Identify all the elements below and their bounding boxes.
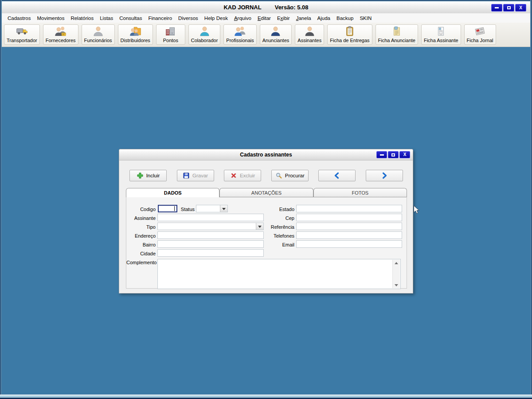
incluir-button[interactable]: Incluir: [129, 170, 167, 181]
anunciantes-button[interactable]: Anunciantes: [260, 24, 292, 45]
toolbar-button-label: Profissionais: [226, 38, 254, 43]
subscriber-sheet-icon: [435, 25, 447, 37]
menu-item-listas[interactable]: Listas: [97, 15, 116, 22]
cidade-input[interactable]: [157, 249, 264, 257]
menu-bar: CadastrosMovimentosRelatóriosListasConsu…: [2, 13, 530, 23]
menu-item-help-desk[interactable]: Help Desk: [201, 15, 231, 22]
advertiser-sheet-icon: [391, 25, 403, 37]
menu-item-backup[interactable]: Backup: [333, 15, 356, 22]
status-combo[interactable]: [196, 205, 228, 212]
maximize-icon[interactable]: [503, 4, 514, 12]
close-icon[interactable]: X: [399, 151, 410, 158]
menu-item-ajuda[interactable]: Ajuda: [314, 15, 333, 22]
bairro-label: Bairro: [127, 242, 156, 247]
action-button-label: Excluir: [240, 173, 255, 178]
tab-dados[interactable]: DADOS: [126, 188, 219, 197]
toolbar-button-label: Assinantes: [297, 38, 321, 43]
toolbar-button-label: Ficha Anunciante: [378, 38, 415, 43]
ficha-jornal-button[interactable]: Ficha Jornal: [464, 24, 496, 45]
menu-item-janela[interactable]: Janela: [293, 15, 314, 22]
status-label: Status: [179, 207, 195, 212]
next-button[interactable]: [366, 170, 403, 181]
menu-item-movimentos[interactable]: Movimentos: [34, 15, 67, 22]
referencia-label: Referência: [263, 224, 294, 230]
excluir-button[interactable]: Excluir: [224, 170, 261, 181]
window-frame-left: [0, 0, 2, 399]
toolbar-button-label: Ficha Jornal: [467, 38, 493, 43]
previous-button[interactable]: [318, 170, 356, 181]
transportador-button[interactable]: Transportador: [4, 24, 40, 45]
endereco-label: Endereço: [127, 233, 156, 239]
menu-item-relatorios[interactable]: Relatórios: [67, 15, 97, 22]
menu-item-consultas[interactable]: Consultas: [116, 15, 145, 22]
chevron-down-icon[interactable]: [220, 205, 227, 212]
menu-item-exibir[interactable]: Exibir: [274, 15, 293, 22]
advertiser-icon: [270, 25, 282, 37]
toolbar-button-label: Fornecedores: [46, 38, 76, 43]
funcionarios-button[interactable]: Funcionários: [82, 24, 115, 45]
menu-item-diversos[interactable]: Diversos: [175, 15, 201, 22]
menu-item-skin[interactable]: SKIN: [356, 15, 375, 22]
minimize-icon[interactable]: [376, 151, 387, 158]
prev-icon: [333, 172, 340, 179]
title-bar: KAD JORNALVersão: 5.08 X: [2, 1, 530, 14]
fornecedores-button[interactable]: Fornecedores: [43, 24, 78, 45]
scroll-up-icon[interactable]: [393, 260, 400, 266]
telefones-label: Telefones: [263, 233, 294, 239]
menu-item-financeiro[interactable]: Financeiro: [145, 15, 175, 22]
employee-icon: [92, 25, 104, 37]
toolbar-button-label: Colaborador: [191, 38, 218, 43]
delivery-sheet-icon: [344, 25, 356, 37]
tab-fotos[interactable]: FOTOS: [313, 188, 407, 197]
menu-item-arquivo[interactable]: Arquivo: [231, 15, 254, 22]
email-input[interactable]: [296, 240, 402, 248]
ficha-assinante-button[interactable]: Ficha Assinante: [421, 24, 461, 45]
toolbar-button-label: Pontos: [163, 38, 178, 43]
action-button-label: Gravar: [192, 173, 208, 178]
professionals-icon: [234, 25, 246, 37]
window-frame-right: [530, 0, 532, 399]
estado-input[interactable]: [296, 205, 402, 212]
telefones-input[interactable]: [296, 231, 402, 239]
procurar-button[interactable]: Procurar: [271, 170, 309, 181]
dialog-title-bar[interactable]: Cadastro assinantes X: [119, 149, 413, 160]
window-controls: X: [491, 4, 526, 12]
buildings-icon: [164, 25, 176, 37]
minimize-icon[interactable]: [491, 4, 502, 12]
app-name: KAD JORNAL: [223, 4, 261, 11]
tab-anotacoes[interactable]: ANOTAÇÕES: [219, 188, 313, 197]
cidade-label: Cidade: [127, 251, 156, 256]
pontos-button[interactable]: Pontos: [156, 24, 185, 45]
chevron-down-icon[interactable]: [256, 223, 263, 230]
window-frame-bottom: [0, 395, 532, 399]
assinantes-button[interactable]: Assinantes: [295, 24, 324, 45]
cep-label: Cep: [263, 215, 294, 221]
journal-sheet-icon: [474, 25, 486, 37]
referencia-input[interactable]: [296, 223, 402, 230]
tipo-combo[interactable]: [157, 223, 264, 230]
close-icon[interactable]: X: [515, 4, 526, 12]
bairro-input[interactable]: [157, 240, 264, 248]
colaborador-button[interactable]: Colaborador: [188, 24, 221, 45]
endereco-input[interactable]: [157, 231, 264, 239]
distribuidores-button[interactable]: Distribuidores: [118, 24, 153, 45]
email-label: Email: [263, 242, 294, 247]
maximize-icon[interactable]: [388, 151, 399, 158]
vertical-scrollbar[interactable]: [392, 260, 400, 288]
menu-item-editar[interactable]: Editar: [254, 15, 274, 22]
assinante-input[interactable]: [157, 214, 264, 221]
ficha-anunciante-button[interactable]: Ficha Anunciante: [376, 24, 418, 45]
menu-item-cadastros[interactable]: Cadastros: [4, 15, 34, 22]
scroll-down-icon[interactable]: [393, 282, 400, 288]
cep-input[interactable]: [296, 214, 402, 221]
suppliers-icon: [55, 25, 66, 37]
dialog-actions: IncluirGravarExcluirProcurar: [129, 170, 403, 181]
complemento-textarea[interactable]: [157, 259, 401, 289]
ficha-de-entregas-button[interactable]: Ficha de Entregas: [327, 24, 372, 45]
complemento-label: Complemento: [126, 260, 156, 265]
search-icon: [275, 172, 282, 179]
gravar-button[interactable]: Gravar: [177, 170, 214, 181]
profissionais-button[interactable]: Profissionais: [223, 24, 256, 45]
cadastro-assinantes-dialog: Cadastro assinantes X IncluirGravarExclu…: [119, 149, 413, 293]
assinante-label: Assinante: [127, 215, 156, 221]
